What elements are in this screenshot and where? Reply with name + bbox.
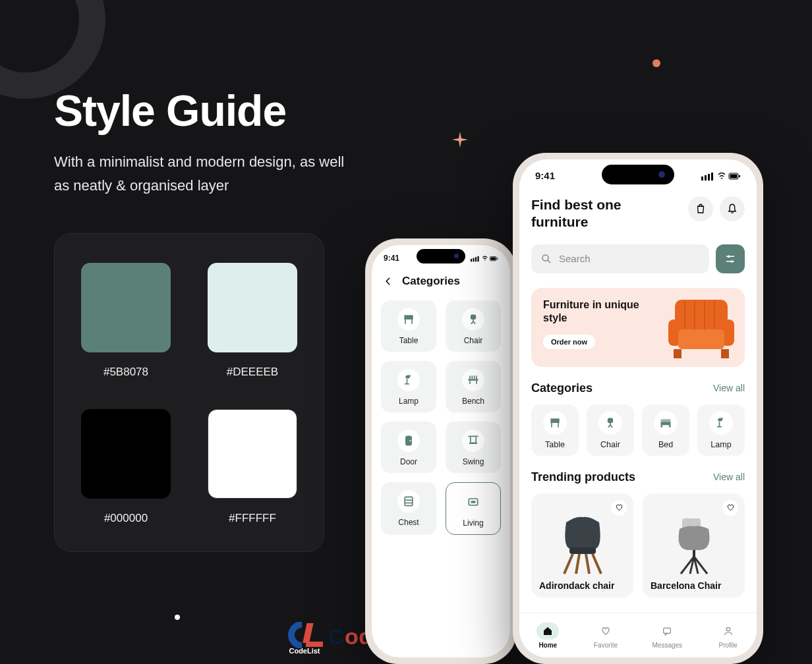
- door-icon: [397, 429, 420, 452]
- product-name: Barcelona Chair: [651, 580, 737, 591]
- category-label: Bed: [658, 440, 673, 449]
- svg-rect-63: [669, 425, 671, 427]
- category-label: Lamp: [710, 440, 731, 449]
- svg-rect-14: [469, 379, 478, 381]
- svg-rect-1: [473, 258, 475, 262]
- swatch-label: #DEEEEB: [227, 366, 278, 379]
- heart-icon: [615, 503, 624, 512]
- svg-rect-13: [407, 379, 408, 384]
- tab-favorite[interactable]: Favorite: [594, 622, 618, 649]
- category-door[interactable]: Door: [381, 422, 436, 473]
- svg-rect-32: [701, 177, 703, 180]
- category-label: Table: [545, 440, 565, 449]
- category-bench[interactable]: Bench: [446, 361, 501, 412]
- decorative-ring: [0, 0, 105, 99]
- svg-rect-9: [411, 319, 413, 324]
- category-label: Chair: [600, 440, 620, 449]
- view-all-categories[interactable]: View all: [713, 383, 745, 393]
- swatch-label: #FFFFFF: [229, 512, 276, 525]
- filter-button[interactable]: [716, 244, 745, 273]
- svg-line-67: [564, 554, 573, 574]
- category-chair[interactable]: Chair: [587, 404, 634, 456]
- favorite-button[interactable]: [722, 500, 738, 516]
- back-button[interactable]: [381, 274, 395, 289]
- tab-home[interactable]: Home: [536, 622, 559, 649]
- svg-line-40: [548, 260, 550, 263]
- banner-title: Furniture in unique style: [543, 298, 642, 326]
- svg-rect-31: [471, 501, 476, 503]
- tab-messages[interactable]: Messages: [652, 622, 683, 649]
- chip-white: [208, 409, 297, 499]
- category-lamp[interactable]: Lamp: [381, 361, 436, 412]
- svg-rect-37: [730, 174, 738, 178]
- category-label: Door: [400, 457, 417, 466]
- svg-rect-19: [469, 381, 471, 384]
- decorative-dot-orange: [652, 59, 660, 67]
- svg-rect-34: [708, 174, 710, 180]
- svg-rect-58: [608, 418, 613, 423]
- svg-rect-2: [475, 257, 477, 262]
- svg-rect-60: [661, 422, 671, 425]
- chest-icon: [397, 490, 420, 512]
- promo-banner[interactable]: Furniture in unique style Order now: [531, 288, 745, 367]
- swing-icon: [462, 429, 484, 452]
- swatch-primary: #5B8078: [78, 263, 173, 379]
- svg-rect-77: [664, 628, 671, 633]
- heart-icon: [726, 503, 735, 512]
- banner-order-button[interactable]: Order now: [543, 335, 595, 349]
- category-table[interactable]: Table: [531, 404, 579, 456]
- screen-title: Categories: [402, 275, 460, 288]
- svg-rect-49: [674, 349, 682, 358]
- category-lamp[interactable]: Lamp: [697, 404, 745, 456]
- svg-point-42: [728, 255, 730, 258]
- section-title-categories: Categories: [531, 381, 593, 395]
- tab-label: Favorite: [594, 642, 618, 649]
- tab-label: Profile: [718, 642, 737, 649]
- svg-rect-64: [717, 426, 722, 428]
- status-time: 9:41: [535, 170, 555, 181]
- svg-rect-50: [721, 349, 729, 358]
- category-living[interactable]: Living: [446, 482, 501, 535]
- svg-rect-61: [661, 419, 671, 422]
- svg-rect-45: [675, 300, 728, 333]
- bench-icon: [462, 369, 484, 391]
- svg-rect-17: [474, 375, 475, 379]
- category-bed[interactable]: Bed: [642, 404, 689, 456]
- tab-label: Home: [538, 642, 557, 649]
- svg-rect-62: [661, 425, 663, 427]
- svg-point-39: [542, 255, 548, 261]
- search-input[interactable]: Search: [531, 244, 709, 273]
- category-chest[interactable]: Chest: [381, 482, 436, 535]
- product-card[interactable]: Adirondack chair: [531, 493, 633, 597]
- swatch-label: #5B8078: [103, 366, 148, 379]
- section-title-trending: Trending products: [531, 470, 635, 484]
- svg-point-44: [730, 260, 733, 262]
- svg-rect-23: [469, 436, 478, 437]
- lamp-icon: [397, 369, 420, 391]
- bed-icon: [654, 411, 678, 435]
- category-table[interactable]: Table: [381, 300, 436, 352]
- home-title-line1: Find best one: [531, 196, 622, 213]
- svg-rect-15: [469, 375, 471, 379]
- category-label: Chair: [464, 336, 483, 345]
- tab-profile[interactable]: Profile: [717, 622, 740, 649]
- chair-icon: [462, 308, 484, 331]
- notifications-button[interactable]: [720, 196, 745, 221]
- bell-icon: [726, 203, 738, 215]
- chip-secondary: [208, 263, 297, 352]
- category-label: Lamp: [399, 397, 419, 406]
- category-label: Living: [463, 518, 483, 528]
- heart-icon: [594, 622, 617, 640]
- cart-button[interactable]: [688, 196, 713, 221]
- svg-line-68: [593, 554, 601, 574]
- favorite-button[interactable]: [611, 500, 627, 516]
- svg-rect-33: [705, 175, 707, 180]
- category-swing[interactable]: Swing: [446, 422, 501, 473]
- svg-rect-38: [739, 175, 740, 177]
- category-chair[interactable]: Chair: [446, 300, 501, 352]
- chat-icon: [656, 622, 678, 640]
- phone-notch: [602, 165, 674, 184]
- view-all-trending[interactable]: View all: [713, 472, 745, 482]
- chip-primary: [81, 263, 171, 352]
- product-card[interactable]: Barcelona Chair: [643, 493, 745, 597]
